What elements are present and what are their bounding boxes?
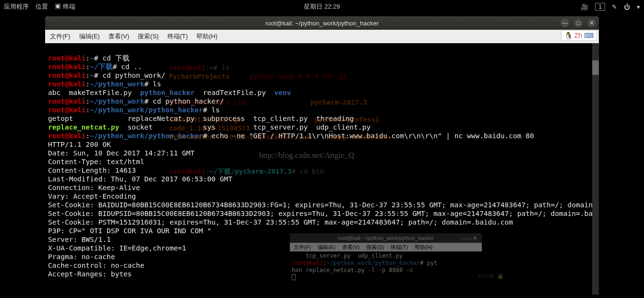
places-menu[interactable]: 位置 — [36, 2, 48, 11]
video-icon[interactable]: 🎥 — [581, 3, 588, 11]
ime-lang: Zh — [574, 32, 582, 39]
power-icon[interactable]: ⏻ — [624, 3, 630, 11]
menu-file[interactable]: 文件(F) — [50, 32, 71, 41]
terminal-window: root@kali: ~/python_work/python_hacker —… — [45, 16, 599, 295]
keyboard-icon: ⌨ — [584, 32, 594, 39]
ime-indicator[interactable]: 🐧 Zh ⌨ — [561, 30, 597, 41]
terminal-launcher-label: 终端 — [63, 3, 75, 10]
menubar: 文件(F) 编辑(E) 查看(V) 搜索(S) 终端(T) 帮助(H) 🐧 Zh… — [45, 30, 599, 43]
titlebar[interactable]: root@kali: ~/python_work/python_hacker —… — [45, 16, 599, 30]
scrollbar[interactable] — [592, 43, 599, 295]
menu-terminal[interactable]: 终端(T) — [167, 32, 188, 41]
workspace-indicator[interactable]: 1 — [595, 3, 605, 11]
menu-edit[interactable]: 编辑(E) — [79, 32, 100, 41]
menu-help[interactable]: 帮助(H) — [196, 32, 217, 41]
menu-search[interactable]: 搜索(S) — [138, 32, 158, 41]
maximize-button[interactable]: □ — [574, 19, 583, 27]
minimize-button[interactable]: — — [561, 19, 569, 27]
tools-icon[interactable]: ✎ — [612, 3, 617, 11]
menu-view[interactable]: 查看(V) — [108, 32, 129, 41]
terminal-body[interactable]: root@kali:~# cd 下载 root@kali:~/下载# cd ..… — [45, 43, 599, 295]
scrollbar-thumb[interactable] — [592, 60, 599, 75]
terminal-launcher[interactable]: ▣ 终端 — [55, 2, 75, 11]
clock[interactable]: 星期日 22:29 — [304, 2, 340, 11]
window-title: root@kali: ~/python_work/python_hacker — [265, 20, 379, 27]
applications-menu[interactable]: 应用程序 — [4, 2, 29, 11]
penguin-icon: 🐧 — [564, 32, 572, 39]
close-button[interactable]: ✕ — [587, 19, 596, 27]
dropdown-icon[interactable]: ▾ — [637, 3, 640, 11]
top-panel: 应用程序 位置 ▣ 终端 星期日 22:29 🎥 1 ✎ ⏻ ▾ — [0, 0, 644, 13]
